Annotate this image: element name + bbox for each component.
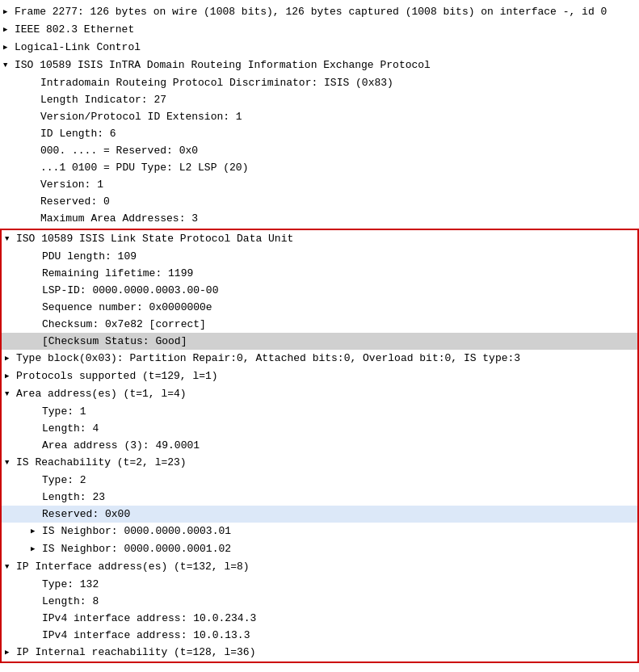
pdu-length-row[interactable]: PDU length: 109 — [2, 248, 637, 265]
ethernet-text: IEEE 802.3 Ethernet — [15, 22, 636, 37]
area-type-row[interactable]: Type: 1 — [2, 403, 637, 420]
red-border-section: ISO 10589 ISIS Link State Protocol Data … — [0, 229, 639, 663]
area-address-toggle[interactable] — [5, 386, 16, 402]
is-reach-length-text: Length: 23 — [42, 489, 634, 505]
checksum-text: Checksum: 0x7e82 [correct] — [42, 317, 634, 332]
ip-internal-reach-toggle[interactable] — [5, 645, 16, 661]
remaining-lifetime-text: Remaining lifetime: 1199 — [42, 266, 634, 281]
section-before-border: Frame 2277: 126 bytes on wire (1008 bits… — [0, 2, 639, 229]
is-reachability-row[interactable]: IS Reachability (t=2, l=23) — [2, 454, 637, 472]
pdu-type-row[interactable]: ...1 0100 = PDU Type: L2 LSP (20) — [0, 159, 639, 176]
checksum-row[interactable]: Checksum: 0x7e82 [correct] — [2, 316, 637, 333]
ipv4-addr-2-text: IPv4 interface address: 10.0.13.3 — [42, 628, 634, 643]
length-indicator-text: Length Indicator: 27 — [40, 92, 636, 107]
ip-interface-addr-text: IP Interface address(es) (t=132, l=8) — [16, 559, 634, 574]
checksum-status-text: [Checksum Status: Good] — [42, 334, 634, 349]
area-addr-value-text: Area address (3): 49.0001 — [42, 438, 634, 453]
version-text: Version: 1 — [40, 177, 636, 192]
ip-length-text: Length: 8 — [42, 594, 634, 609]
version-row[interactable]: Version: 1 — [0, 176, 639, 193]
llc-text: Logical-Link Control — [15, 40, 636, 55]
ip-type-text: Type: 132 — [42, 577, 634, 592]
frame-text: Frame 2277: 126 bytes on wire (1008 bits… — [15, 4, 636, 19]
area-length-text: Length: 4 — [42, 421, 634, 436]
remaining-lifetime-row[interactable]: Remaining lifetime: 1199 — [2, 265, 637, 282]
ethernet-row[interactable]: IEEE 802.3 Ethernet — [0, 21, 639, 39]
reserved-bits-text: 000. .... = Reserved: 0x0 — [40, 143, 636, 158]
frame-row[interactable]: Frame 2277: 126 bytes on wire (1008 bits… — [0, 3, 639, 21]
version-proto-row[interactable]: Version/Protocol ID Extension: 1 — [0, 108, 639, 125]
max-area-text: Maximum Area Addresses: 3 — [40, 211, 636, 226]
lsp-id-row[interactable]: LSP-ID: 0000.0000.0003.00-00 — [2, 282, 637, 299]
version-proto-text: Version/Protocol ID Extension: 1 — [40, 109, 636, 124]
area-address-text: Area address(es) (t=1, l=4) — [16, 386, 634, 401]
is-reach-reserved-row[interactable]: Reserved: 0x00 — [2, 506, 637, 523]
is-neighbor-1-toggle[interactable] — [31, 523, 42, 540]
area-type-text: Type: 1 — [42, 404, 634, 419]
is-neighbor-2-text: IS Neighbor: 0000.0000.0001.02 — [42, 541, 634, 556]
isis-link-state-text: ISO 10589 ISIS Link State Protocol Data … — [16, 231, 634, 246]
ipv4-addr-2-row[interactable]: IPv4 interface address: 10.0.13.3 — [2, 627, 637, 644]
protocols-supported-text: Protocols supported (t=129, l=1) — [16, 368, 634, 384]
ipv4-addr-1-row[interactable]: IPv4 interface address: 10.0.234.3 — [2, 610, 637, 627]
reserved-row[interactable]: Reserved: 0 — [0, 193, 639, 210]
ip-interface-addr-toggle[interactable] — [5, 559, 16, 575]
protocols-supported-row[interactable]: Protocols supported (t=129, l=1) — [2, 368, 637, 385]
area-addr-value-row[interactable]: Area address (3): 49.0001 — [2, 437, 637, 454]
isis-link-state-row[interactable]: ISO 10589 ISIS Link State Protocol Data … — [2, 230, 637, 248]
length-indicator-row[interactable]: Length Indicator: 27 — [0, 91, 639, 108]
ip-interface-addr-row[interactable]: IP Interface address(es) (t=132, l=8) — [2, 558, 637, 576]
sequence-number-text: Sequence number: 0x0000000e — [42, 300, 634, 315]
isis-intra-row[interactable]: ISO 10589 ISIS InTRA Domain Routeing Inf… — [0, 57, 639, 74]
llc-toggle[interactable] — [3, 40, 15, 56]
type-block-row[interactable]: Type block(0x03): Partition Repair:0, At… — [2, 350, 637, 368]
type-block-toggle[interactable] — [5, 351, 16, 367]
frame-toggle[interactable] — [3, 4, 15, 20]
sequence-number-row[interactable]: Sequence number: 0x0000000e — [2, 299, 637, 316]
reserved-text: Reserved: 0 — [40, 194, 636, 209]
reserved-bits-row[interactable]: 000. .... = Reserved: 0x0 — [0, 142, 639, 159]
ip-type-row[interactable]: Type: 132 — [2, 576, 637, 593]
ip-internal-reach-row[interactable]: IP Internal reachability (t=128, l=36) — [2, 644, 637, 662]
is-reachability-text: IS Reachability (t=2, l=23) — [16, 455, 634, 470]
intradomain-row[interactable]: Intradomain Routeing Protocol Discrimina… — [0, 74, 639, 91]
intradomain-text: Intradomain Routeing Protocol Discrimina… — [40, 75, 636, 90]
checksum-status-row[interactable]: [Checksum Status: Good] — [2, 333, 637, 350]
isis-intra-toggle[interactable] — [3, 57, 15, 74]
pdu-type-text: ...1 0100 = PDU Type: L2 LSP (20) — [40, 160, 636, 175]
protocols-supported-toggle[interactable] — [5, 368, 16, 384]
max-area-row[interactable]: Maximum Area Addresses: 3 — [0, 210, 639, 227]
packet-tree: Frame 2277: 126 bytes on wire (1008 bits… — [0, 0, 639, 666]
isis-link-state-toggle[interactable] — [5, 231, 16, 247]
is-reach-type-text: Type: 2 — [42, 472, 634, 488]
ip-internal-reach-text: IP Internal reachability (t=128, l=36) — [16, 645, 634, 660]
ethernet-toggle[interactable] — [3, 22, 15, 38]
lsp-id-text: LSP-ID: 0000.0000.0003.00-00 — [42, 283, 634, 298]
is-neighbor-1-text: IS Neighbor: 0000.0000.0003.01 — [42, 523, 634, 539]
ip-length-row[interactable]: Length: 8 — [2, 593, 637, 610]
pdu-length-text: PDU length: 109 — [42, 249, 634, 264]
is-neighbor-2-row[interactable]: IS Neighbor: 0000.0000.0001.02 — [2, 540, 637, 558]
area-address-row[interactable]: Area address(es) (t=1, l=4) — [2, 385, 637, 403]
is-neighbor-1-row[interactable]: IS Neighbor: 0000.0000.0003.01 — [2, 523, 637, 540]
llc-row[interactable]: Logical-Link Control — [0, 39, 639, 57]
isis-intra-text: ISO 10589 ISIS InTRA Domain Routeing Inf… — [15, 57, 636, 73]
id-length-text: ID Length: 6 — [40, 126, 636, 141]
is-reach-length-row[interactable]: Length: 23 — [2, 489, 637, 506]
area-length-row[interactable]: Length: 4 — [2, 420, 637, 437]
type-block-text: Type block(0x03): Partition Repair:0, At… — [16, 351, 634, 366]
is-reach-type-row[interactable]: Type: 2 — [2, 472, 637, 489]
ipv4-addr-1-text: IPv4 interface address: 10.0.234.3 — [42, 611, 634, 626]
is-reach-reserved-text: Reserved: 0x00 — [42, 506, 634, 522]
is-reachability-toggle[interactable] — [5, 455, 16, 471]
is-neighbor-2-toggle[interactable] — [31, 541, 42, 557]
id-length-row[interactable]: ID Length: 6 — [0, 125, 639, 142]
